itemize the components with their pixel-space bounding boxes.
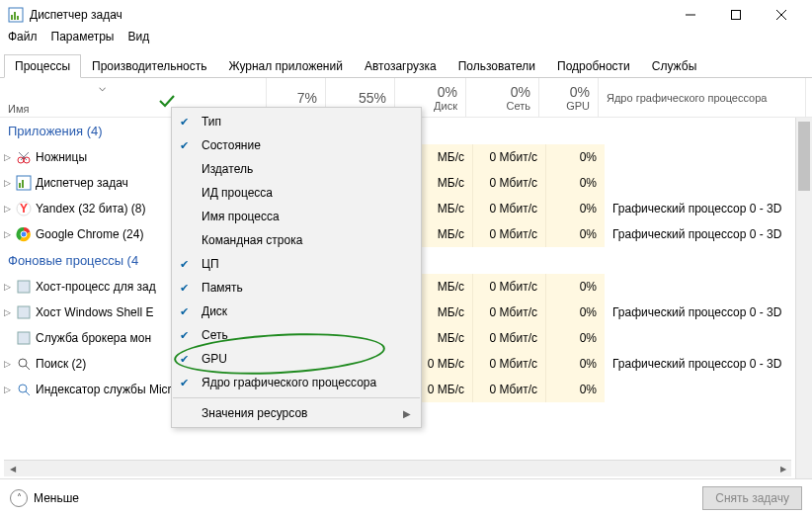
indexer-icon [14,382,34,397]
close-button[interactable] [759,0,804,30]
svg-line-10 [19,152,27,160]
svg-rect-5 [732,11,741,20]
tab-services[interactable]: Службы [641,54,707,78]
tab-users[interactable]: Пользователи [447,54,546,78]
svg-rect-20 [18,306,30,318]
process-name: Хост-процесс для зад [34,280,156,294]
tab-processes[interactable]: Процессы [4,54,81,78]
process-name: Ножницы [34,150,156,164]
header-network[interactable]: 0%Сеть [466,78,539,117]
menu-item-process-name[interactable]: Имя процесса [172,205,421,228]
menu-item-type[interactable]: ✔Тип [172,110,421,133]
menu-item-gpu-engine[interactable]: ✔Ядро графического процессора [172,371,421,394]
end-task-button[interactable]: Снять задачу [702,486,802,510]
footer: ˄ Меньше Снять задачу [0,478,812,516]
process-name: Хост Windows Shell E [34,305,156,319]
generic-process-icon [14,330,34,346]
submenu-arrow-icon: ▶ [403,408,411,419]
menu-item-status[interactable]: ✔Состояние [172,133,421,157]
process-name: Yandex (32 бита) (8) [34,202,156,215]
generic-process-icon [14,279,34,295]
expand-icon[interactable]: ▷ [0,178,14,188]
header-gpu-engine[interactable]: Ядро графического процессора [599,78,806,117]
svg-rect-3 [17,16,19,20]
window-title: Диспетчер задач [30,8,668,22]
search-icon [14,356,34,372]
scroll-right-icon[interactable]: ▶ [774,461,791,476]
scroll-left-icon[interactable]: ◀ [4,461,21,476]
app-icon [8,7,24,23]
svg-text:Y: Y [20,202,28,215]
expand-icon[interactable]: ▷ [0,229,14,239]
menubar: Файл Параметры Вид [0,30,812,49]
fewer-details-button[interactable]: ˄ Меньше [10,489,79,507]
taskmgr-icon [14,175,34,191]
menu-options[interactable]: Параметры [51,30,115,49]
menu-item-resource-values[interactable]: Значения ресурсов▶ [172,401,421,425]
expand-icon[interactable]: ▷ [0,152,14,162]
yandex-icon: Y [14,201,34,216]
snipping-tool-icon [14,149,34,165]
menu-item-cpu[interactable]: ✔ЦП [172,252,421,276]
process-name: Диспетчер задач [34,176,156,190]
svg-line-23 [26,366,30,370]
horizontal-scrollbar[interactable]: ◀ ▶ [4,460,791,476]
expand-icon[interactable]: ▷ [0,385,14,394]
menu-view[interactable]: Вид [127,30,149,49]
chevron-down-icon: ⌵ [99,80,106,94]
tab-startup[interactable]: Автозагрузка [354,54,447,78]
chevron-up-icon: ˄ [10,489,28,507]
svg-rect-14 [22,180,24,188]
column-context-menu: ✔Тип ✔Состояние Издатель ИД процесса Имя… [171,107,422,428]
svg-point-18 [21,231,27,237]
svg-point-22 [19,359,27,367]
menu-separator [173,397,420,398]
expand-icon[interactable]: ▷ [0,204,14,214]
menu-item-command-line[interactable]: Командная строка [172,228,421,252]
vertical-scrollbar[interactable]: ▲ ▼ [795,118,812,493]
svg-rect-1 [11,15,13,20]
minimize-button[interactable] [668,0,713,30]
chrome-icon [14,226,34,242]
process-name: Google Chrome (24) [34,227,156,241]
menu-item-network[interactable]: ✔Сеть [172,323,421,347]
menu-item-publisher[interactable]: Издатель [172,157,421,181]
svg-rect-21 [18,332,30,344]
menu-file[interactable]: Файл [8,30,38,49]
menu-item-pid[interactable]: ИД процесса [172,181,421,205]
tab-details[interactable]: Подробности [546,54,641,78]
maximize-button[interactable] [713,0,759,30]
scrollbar-thumb[interactable] [798,122,810,191]
svg-rect-13 [19,183,21,188]
svg-rect-19 [18,281,30,293]
tabs: Процессы Производительность Журнал прило… [0,49,812,78]
svg-rect-2 [14,12,16,20]
svg-line-11 [21,152,29,160]
menu-item-disk[interactable]: ✔Диск [172,300,421,323]
expand-icon[interactable]: ▷ [0,307,14,317]
svg-line-25 [26,391,30,395]
tab-performance[interactable]: Производительность [81,54,217,78]
process-name: Служба брокера мон [34,331,156,345]
menu-item-gpu[interactable]: ✔GPU [172,347,421,371]
svg-point-24 [19,385,27,392]
tab-apphistory[interactable]: Журнал приложений [218,54,354,78]
expand-icon[interactable]: ▷ [0,359,14,369]
header-gpu[interactable]: 0%GPU [539,78,599,117]
titlebar: Диспетчер задач [0,0,812,30]
menu-item-memory[interactable]: ✔Память [172,276,421,300]
generic-process-icon [14,304,34,320]
expand-icon[interactable]: ▷ [0,282,14,292]
